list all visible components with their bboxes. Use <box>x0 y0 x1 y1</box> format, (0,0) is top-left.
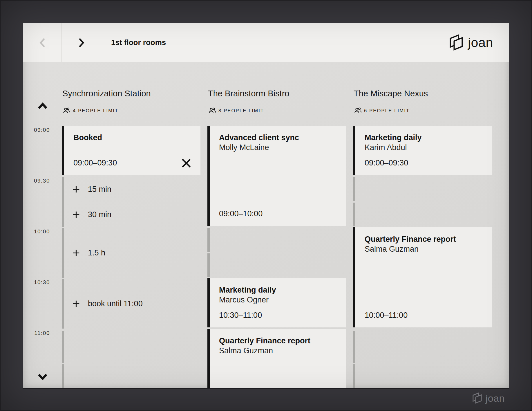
event-card: Quarterly Finance report Salma Guzman <box>207 329 346 388</box>
event-title: Booked <box>73 133 193 143</box>
quick-book-90min[interactable]: 1.5 h <box>62 228 200 278</box>
plus-icon <box>72 249 80 257</box>
plus-icon <box>72 211 80 219</box>
joan-logo-icon <box>449 34 464 51</box>
room-name: The Brainstorm Bistro <box>208 89 289 98</box>
time-label: 09:30 <box>23 178 50 184</box>
room-people-limit: 8 PEOPLE LIMIT <box>209 107 264 114</box>
time-label: 11:00 <box>23 330 50 336</box>
event-time: 10:00–11:00 <box>365 311 408 320</box>
scroll-up-button[interactable] <box>38 102 48 110</box>
quick-book-until-1100[interactable]: book until 11:00 <box>62 279 200 329</box>
event-card: Quarterly Finance report Salma Guzman 10… <box>353 227 492 327</box>
header-bar: 1st floor rooms joan <box>23 23 509 62</box>
people-icon <box>209 107 216 114</box>
page-title: 1st floor rooms <box>111 23 166 62</box>
forward-button[interactable] <box>62 23 101 62</box>
free-slot <box>62 364 200 388</box>
event-organizer: Marcus Ogner <box>219 295 339 305</box>
joan-logo-text: joan <box>468 35 493 50</box>
event-title: Marketing daily <box>365 133 484 143</box>
quick-book-label: book until 11:00 <box>88 299 143 308</box>
eink-screen: 1st floor rooms joan 09:00 09:30 10:00 1… <box>23 23 509 388</box>
time-label: 09:00 <box>23 127 50 133</box>
event-title: Advanced client sync <box>219 133 339 143</box>
joan-device: 1st floor rooms joan 09:00 09:30 10:00 1… <box>0 0 532 411</box>
event-card-booked: Booked 09:00–09:30 <box>62 126 200 175</box>
free-slot <box>207 253 346 277</box>
close-icon <box>181 158 191 168</box>
event-card: Advanced client sync Molly McLaine 09:00… <box>207 126 346 226</box>
free-slot <box>353 331 492 363</box>
chevron-left-icon <box>39 37 46 48</box>
free-slot <box>62 331 200 363</box>
quick-book-label: 30 min <box>88 210 111 219</box>
event-time: 09:00–09:30 <box>73 158 117 167</box>
free-slot <box>353 177 492 201</box>
scroll-down-button[interactable] <box>38 373 48 381</box>
room-name: Synchronization Station <box>62 89 151 98</box>
quick-book-label: 15 min <box>88 185 111 194</box>
event-title: Quarterly Finance report <box>365 234 484 244</box>
event-organizer: Salma Guzman <box>365 244 484 254</box>
room-people-limit: 6 PEOPLE LIMIT <box>354 107 410 114</box>
quick-book-30min[interactable]: 30 min <box>62 202 200 227</box>
room-people-limit-label: 6 PEOPLE LIMIT <box>364 108 410 113</box>
quick-book-15min[interactable]: 15 min <box>62 177 200 202</box>
joan-logo: joan <box>449 23 493 62</box>
event-time: 09:00–09:30 <box>365 158 408 167</box>
free-slot <box>353 203 492 226</box>
free-slot <box>353 364 492 388</box>
bezel-joan-logo: joan <box>472 390 505 407</box>
quick-book-label: 1.5 h <box>88 248 105 257</box>
room-name: The Miscape Nexus <box>354 89 428 98</box>
time-label: 10:00 <box>23 228 50 235</box>
room-people-limit: 4 PEOPLE LIMIT <box>63 107 118 114</box>
event-time: 10:30–11:00 <box>219 311 262 320</box>
bezel-joan-logo-icon <box>472 392 482 404</box>
room-people-limit-label: 8 PEOPLE LIMIT <box>218 108 264 113</box>
chevron-down-icon <box>38 373 48 380</box>
chevron-right-icon <box>78 37 85 48</box>
chevron-up-icon <box>38 102 48 109</box>
event-organizer: Salma Guzman <box>219 346 339 356</box>
free-slot <box>207 228 346 252</box>
event-card: Marketing daily Karim Abdul 09:00–09:30 <box>353 126 492 175</box>
back-button[interactable] <box>23 23 61 62</box>
event-title: Marketing daily <box>219 285 339 295</box>
bezel-joan-logo-text: joan <box>486 393 505 404</box>
time-label: 10:30 <box>23 279 50 286</box>
room-people-limit-label: 4 PEOPLE LIMIT <box>73 108 118 113</box>
header-divider <box>101 23 101 62</box>
event-organizer: Molly McLaine <box>219 143 339 152</box>
event-organizer: Karim Abdul <box>365 143 484 152</box>
people-icon <box>63 107 70 114</box>
people-icon <box>354 107 361 114</box>
event-title: Quarterly Finance report <box>219 336 339 346</box>
event-time: 09:00–10:00 <box>219 209 263 218</box>
plus-icon <box>72 300 80 308</box>
plus-icon <box>72 185 80 193</box>
cancel-booking-button[interactable] <box>181 158 192 169</box>
event-card: Marketing daily Marcus Ogner 10:30–11:00 <box>207 278 346 327</box>
